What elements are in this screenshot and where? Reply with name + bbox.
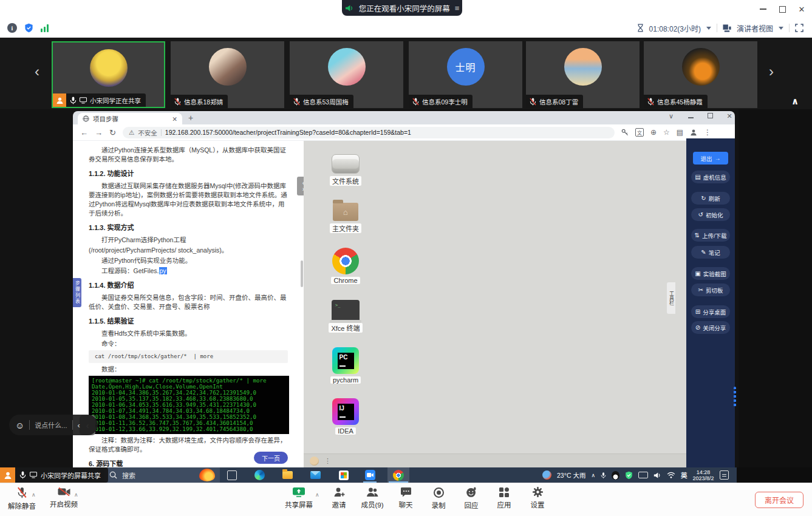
dock-menu-icon[interactable]: ⋮ [324, 457, 331, 465]
refresh-button[interactable]: ↻刷新 [691, 192, 730, 205]
steps-list-tab[interactable]: 步骤列表 [73, 278, 81, 307]
browser-maximize-button[interactable] [704, 112, 716, 120]
back-icon[interactable]: ← [80, 128, 88, 137]
stop-share-button[interactable]: ⊘关闭分享 [691, 321, 730, 334]
chat-collapse-icon[interactable]: ‹ [78, 421, 80, 430]
new-tab-button[interactable]: + [188, 113, 193, 123]
qq-icon[interactable] [612, 471, 619, 480]
view-mode-label[interactable]: 演讲者视图 [737, 23, 773, 33]
password-key-icon[interactable] [621, 129, 629, 136]
fullscreen-icon[interactable] [795, 24, 803, 32]
window-minimize-button[interactable] [755, 3, 771, 15]
participant-tile[interactable]: 信息系18郑婧 [171, 41, 284, 108]
init-button[interactable]: ↺初始化 [691, 208, 730, 221]
settings-button[interactable]: 设置 [518, 487, 557, 509]
emoji-icon[interactable]: ☺ [15, 420, 24, 430]
browser-close-button[interactable]: ✕ [723, 112, 735, 120]
file-explorer-icon[interactable] [282, 469, 293, 481]
start-video-button[interactable]: 开启视频 [44, 487, 83, 509]
tray-shield-icon[interactable] [625, 471, 633, 480]
desktop-icon-terminal[interactable]: >_ Xfce 终端 [316, 297, 375, 333]
share-options-chevron[interactable]: ∧ [315, 492, 319, 498]
weather-tray-icon[interactable] [542, 470, 551, 480]
desktop-icon-filesystem[interactable]: 文件系统 [316, 151, 375, 186]
view-mode-caret-icon[interactable] [779, 27, 783, 30]
window-maximize-button[interactable] [774, 3, 790, 15]
upload-download-button[interactable]: ⇅上传/下载 [691, 229, 730, 242]
screenshot-button[interactable]: ▣实验截图 [691, 267, 730, 280]
reload-icon[interactable]: ↻ [109, 128, 116, 137]
chat-quick-input[interactable]: ☺ 说点什么... ‹ [9, 415, 98, 435]
input-language-indicator[interactable]: 英 [681, 470, 687, 480]
leave-meeting-button[interactable]: 离开会议 [755, 492, 803, 508]
participant-tile[interactable]: 士明 信息系09李士明 [409, 41, 522, 108]
timer-caret-icon[interactable] [706, 27, 711, 30]
window-close-button[interactable]: ✕ [794, 3, 810, 15]
profile-icon[interactable] [690, 129, 697, 136]
strip-next-arrow[interactable]: › [769, 64, 774, 79]
task-view-icon[interactable] [226, 469, 237, 481]
notification-center-icon[interactable] [720, 470, 729, 480]
strip-collapse-chevron[interactable]: ∧ [791, 96, 799, 107]
clipboard-button[interactable]: ✂剪切板 [691, 283, 730, 296]
record-icon [434, 487, 444, 498]
participant-tile[interactable]: 信息系45杨静霞 [644, 41, 757, 108]
zoom-icon[interactable]: ⊕ [650, 128, 657, 137]
toolbar-tab[interactable]: 工具栏 [667, 282, 675, 314]
banner-menu-icon[interactable]: ≡ [455, 4, 460, 13]
tray-mic-icon[interactable] [601, 472, 606, 479]
vm-info-button[interactable]: ▤虚机信息 [691, 171, 730, 183]
desktop-icon-pycharm[interactable]: PC pycharm [316, 347, 375, 384]
tray-speaker-icon[interactable] [653, 472, 661, 479]
weather-text[interactable]: 23°C 大雨 [557, 470, 585, 480]
video-options-chevron[interactable]: ∧ [74, 492, 78, 498]
participant-tile-xiaosong[interactable]: 小宋同学正在共享 [52, 41, 165, 108]
tray-expand-icon[interactable]: ∧ [591, 472, 595, 478]
tab-close-icon[interactable]: ✕ [172, 115, 177, 123]
security-shield-icon[interactable] [24, 23, 33, 33]
reading-list-icon[interactable]: ▤ [677, 128, 683, 137]
security-label: 不安全 [138, 128, 157, 137]
hourglass-icon [637, 24, 644, 32]
forward-icon[interactable]: → [95, 128, 103, 137]
taskbar-clock[interactable]: 14:282023/8/2 [692, 469, 714, 481]
edge-icon[interactable] [254, 469, 265, 481]
notes-button[interactable]: ✎笔记 [691, 246, 730, 259]
mail-icon[interactable] [310, 469, 321, 481]
dock-avatar[interactable] [310, 457, 319, 466]
share-desktop-button[interactable]: ⊞分享桌面 [691, 305, 730, 318]
participant-tile[interactable]: 信息系53周国梅 [290, 41, 403, 108]
doc-scrollbar-thumb[interactable] [301, 260, 303, 287]
meeting-info-icon[interactable]: i [7, 23, 17, 33]
browser-dropdown-icon[interactable]: ∨ [665, 112, 677, 120]
desktop-icon-idea[interactable]: IJ IDEA [316, 398, 375, 435]
participant-tile[interactable]: 信息系08丁雷 [526, 41, 640, 108]
mute-options-chevron[interactable]: ∧ [32, 492, 36, 498]
browser-menu-icon[interactable]: ⋮ [704, 128, 711, 137]
share-screen-button[interactable]: 共享屏幕 [279, 487, 318, 509]
blue-scroll-indicator[interactable] [734, 387, 736, 407]
globe-favicon [83, 115, 89, 122]
bookmark-star-icon[interactable]: ☆ [663, 128, 670, 137]
mic-muted-icon [530, 98, 536, 106]
browser-tab[interactable]: 项目步骤 ✕ [78, 113, 182, 124]
doc-paragraph: 查看Hdfs文件系统中采集数据。 [89, 329, 288, 338]
strip-prev-arrow[interactable]: ‹ [35, 64, 39, 79]
remote-desktop-dock: ⋮ [304, 453, 686, 467]
exit-button[interactable]: 退出→ [693, 152, 728, 165]
desktop-icon-home[interactable]: ⌂ 主文件夹 [316, 199, 375, 233]
tray-network-icon[interactable] [667, 472, 675, 478]
tray-keyboard-icon[interactable] [638, 472, 648, 478]
desktop-icon-chrome[interactable]: Chrome [316, 248, 375, 284]
translate-icon[interactable]: 文 [635, 128, 644, 137]
share-screen-green-icon [292, 487, 305, 497]
address-bar[interactable]: ⚠ 不安全 192.168.200.157:50000/teacher/proj… [123, 127, 615, 138]
next-page-button[interactable]: 下一页 [254, 452, 288, 464]
chrome-taskbar-icon[interactable] [387, 467, 409, 483]
store-icon[interactable] [338, 469, 349, 481]
taskbar-weather-flame-icon[interactable] [199, 469, 215, 481]
chat-placeholder[interactable]: 说点什么... [35, 420, 67, 430]
browser-minimize-button[interactable] [684, 112, 697, 120]
unmute-button[interactable]: 解除静音 [2, 487, 41, 511]
meeting-app-icon[interactable] [364, 469, 376, 481]
